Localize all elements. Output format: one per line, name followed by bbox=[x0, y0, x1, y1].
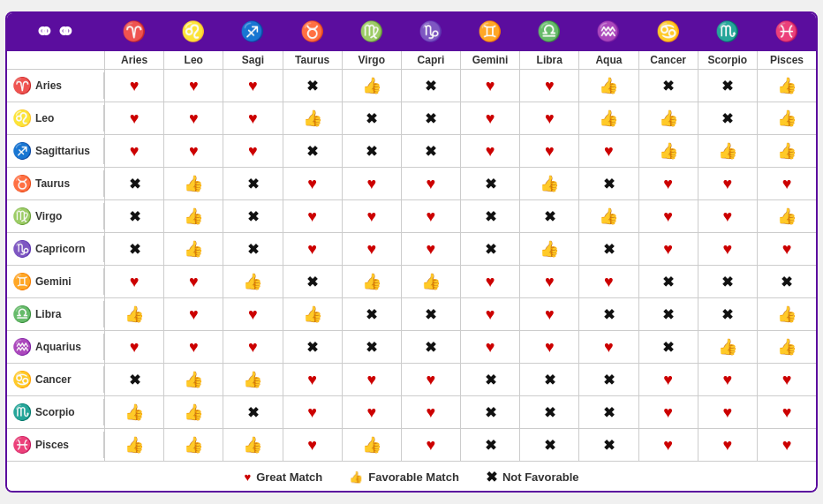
row-label: Gemini bbox=[35, 275, 72, 288]
row-header-libra: ♎Libra bbox=[7, 301, 104, 327]
cell-cancer-scorpio: ♥ bbox=[698, 364, 757, 395]
cell-taurus-sagi: ✖ bbox=[223, 168, 282, 199]
heart-icon: ♥ bbox=[486, 338, 495, 357]
cell-capricorn-capri: ♥ bbox=[401, 233, 460, 265]
cell-aquarius-scorpio: 👍 bbox=[698, 331, 757, 363]
cell-virgo-cancer: ♥ bbox=[638, 200, 698, 232]
row-header-capricorn: ♑Capricorn bbox=[7, 236, 104, 262]
cell-sagittarius-capri: ✖ bbox=[401, 135, 460, 167]
zodiac-icon-gemini: ♊ bbox=[478, 20, 502, 43]
row-header-sagittarius: ♐Sagittarius bbox=[7, 138, 104, 164]
heart-icon: ♥ bbox=[604, 273, 614, 291]
row-header-cancer: ♋Cancer bbox=[7, 366, 104, 393]
cell-cancer-leo: 👍 bbox=[163, 364, 223, 395]
thumb-icon: 👍 bbox=[540, 174, 559, 193]
cell-libra-cancer: ✖ bbox=[638, 298, 698, 330]
cell-leo-aries: ♥ bbox=[104, 102, 163, 134]
cell-taurus-pisces: ♥ bbox=[757, 168, 816, 199]
cell-taurus-scorpio: ♥ bbox=[698, 168, 757, 199]
heart-icon: ♥ bbox=[248, 338, 258, 357]
row-label: Libra bbox=[35, 308, 61, 320]
row-zodiac-icon: ♋ bbox=[12, 370, 32, 389]
cell-libra-taurus: 👍 bbox=[283, 298, 342, 330]
x-icon: ✖ bbox=[129, 208, 140, 225]
cell-capricorn-virgo: ♥ bbox=[342, 233, 401, 265]
cell-sagittarius-aqua: ♥ bbox=[578, 135, 638, 167]
cell-aries-sagi: ♥ bbox=[223, 70, 282, 102]
zodiac-icon-sagi: ♐ bbox=[240, 20, 264, 43]
cell-pisces-virgo: 👍 bbox=[342, 429, 401, 461]
x-icon: ✖ bbox=[425, 110, 436, 127]
x-icon: ✖ bbox=[306, 143, 318, 160]
thumb-icon: 👍 bbox=[243, 272, 262, 291]
table-row: ♓Pisces👍👍👍♥👍♥✖✖✖♥♥♥ bbox=[7, 429, 816, 461]
zodiac-icon-aqua: ♒ bbox=[596, 20, 620, 43]
row-label: Cancer bbox=[35, 373, 72, 386]
x-icon: ✖ bbox=[485, 208, 496, 225]
thumb-icon: 👍 bbox=[184, 207, 203, 226]
heart-icon: ♥ bbox=[722, 436, 732, 455]
x-icon: ✖ bbox=[485, 176, 496, 192]
x-icon: ✖ bbox=[603, 437, 615, 454]
table-row: ♉Taurus✖👍✖♥♥♥✖👍✖♥♥♥ bbox=[7, 168, 816, 200]
cell-capricorn-cancer: ♥ bbox=[638, 233, 698, 265]
thumb-icon: 👍 bbox=[184, 435, 203, 455]
cell-cancer-virgo: ♥ bbox=[342, 364, 401, 395]
heart-icon: ♥ bbox=[545, 77, 555, 95]
thumb-icon: 👍 bbox=[777, 207, 797, 226]
row-header-virgo: ♍Virgo bbox=[7, 203, 104, 229]
heart-icon: ♥ bbox=[782, 436, 792, 455]
heart-icon: ♥ bbox=[486, 109, 495, 128]
cell-capricorn-aries: ✖ bbox=[104, 233, 163, 265]
col-header-taurus: ♉ bbox=[283, 17, 342, 49]
x-icon: ✖ bbox=[603, 176, 615, 192]
row-zodiac-icon: ♌ bbox=[12, 109, 32, 128]
heart-icon: ♥ bbox=[545, 273, 555, 291]
heart-icon: ♥ bbox=[663, 436, 673, 455]
thumb-icon: 👍 bbox=[243, 370, 262, 389]
x-icon: ✖ bbox=[721, 306, 733, 323]
heart-icon: ♥ bbox=[604, 142, 614, 161]
row-label: Scorpio bbox=[35, 406, 75, 418]
thumb-icon: 👍 bbox=[777, 109, 797, 128]
heart-icon: ♥ bbox=[130, 77, 140, 95]
cell-taurus-cancer: ♥ bbox=[638, 168, 698, 199]
cell-gemini-sagi: 👍 bbox=[223, 266, 282, 297]
cell-pisces-taurus: ♥ bbox=[283, 429, 342, 461]
logo: ⚭⚭ bbox=[34, 19, 77, 46]
cell-aries-scorpio: ✖ bbox=[698, 70, 757, 102]
legend-great-match: ♥ Great Match bbox=[244, 470, 322, 484]
cell-aries-cancer: ✖ bbox=[638, 70, 698, 102]
col-label-capri: Capri bbox=[401, 51, 460, 69]
thumb-icon: 👍 bbox=[777, 141, 797, 161]
cell-aquarius-capri: ✖ bbox=[401, 331, 460, 363]
col-label-cancer: Cancer bbox=[638, 51, 698, 69]
col-label-row: AriesLeoSagiTaurusVirgoCapriGeminiLibraA… bbox=[7, 51, 816, 70]
heart-icon: ♥ bbox=[486, 142, 495, 161]
heart-icon: ♥ bbox=[189, 77, 199, 95]
heart-icon: ♥ bbox=[189, 109, 199, 128]
heart-icon: ♥ bbox=[366, 240, 376, 259]
cell-aries-taurus: ✖ bbox=[283, 70, 342, 102]
legend: ♥ Great Match 👍 Favorable Match ✖ Not Fa… bbox=[7, 461, 816, 491]
cell-scorpio-pisces: ♥ bbox=[757, 396, 816, 428]
thumb-icon: 👍 bbox=[125, 305, 144, 324]
thumb-icon: 👍 bbox=[362, 435, 381, 455]
table-row: ♌Leo♥♥♥👍✖✖♥♥👍👍✖👍 bbox=[7, 102, 816, 135]
cell-cancer-sagi: 👍 bbox=[223, 364, 282, 395]
col-header-gemini: ♊ bbox=[460, 17, 519, 49]
x-icon: ✖ bbox=[721, 274, 733, 290]
x-icon: ✖ bbox=[425, 339, 436, 356]
cell-taurus-aqua: ✖ bbox=[578, 168, 638, 199]
x-icon: ✖ bbox=[247, 208, 259, 225]
col-header-libra: ♎ bbox=[519, 17, 578, 49]
cell-leo-pisces: 👍 bbox=[757, 102, 816, 134]
cell-taurus-virgo: ♥ bbox=[342, 168, 401, 199]
cell-aries-pisces: 👍 bbox=[757, 70, 816, 102]
heart-icon: ♥ bbox=[189, 338, 199, 357]
cell-aries-libra: ♥ bbox=[519, 70, 578, 102]
table-row: ♊Gemini♥♥👍✖👍👍♥♥♥✖✖✖ bbox=[7, 266, 816, 298]
row-zodiac-icon: ♎ bbox=[12, 305, 32, 324]
zodiac-icon-aries: ♈ bbox=[122, 20, 146, 43]
zodiac-icon-leo: ♌ bbox=[181, 20, 205, 43]
